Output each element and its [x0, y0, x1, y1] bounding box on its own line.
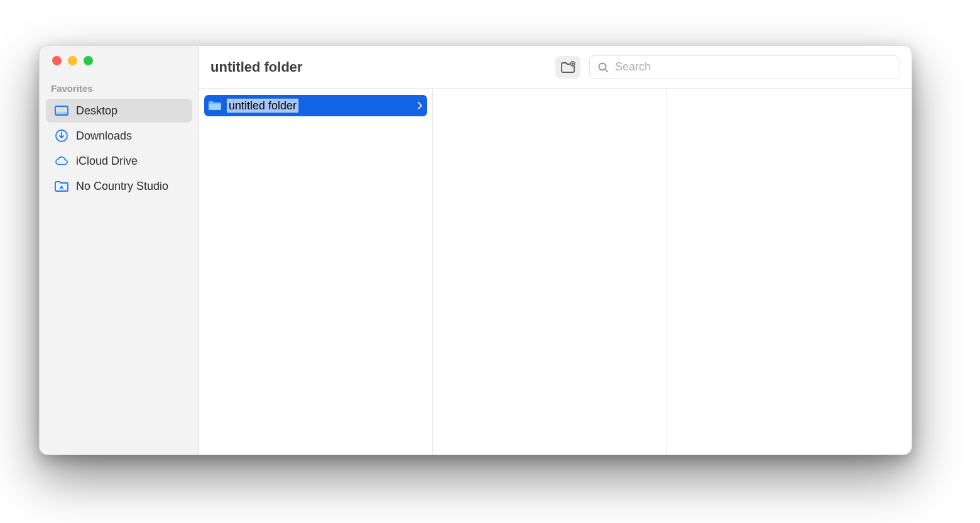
chevron-right-icon	[417, 102, 422, 109]
folder-icon	[208, 100, 222, 111]
folder-name-input[interactable]: untitled folder	[227, 99, 298, 113]
toolbar: untitled folder	[199, 46, 912, 89]
svg-rect-1	[55, 113, 68, 116]
download-icon	[55, 129, 68, 143]
search-field[interactable]	[589, 55, 900, 79]
close-window-button[interactable]	[52, 56, 62, 65]
column-0[interactable]: untitled folder	[199, 89, 433, 454]
sidebar-section-label: Favorites	[40, 83, 199, 97]
column-1[interactable]	[433, 89, 667, 454]
shared-folder-icon	[55, 179, 68, 193]
list-item[interactable]: untitled folder	[204, 95, 427, 116]
window-title: untitled folder	[210, 59, 303, 75]
sidebar: Favorites Desktop Downloads iCloud Drive	[40, 46, 199, 454]
zoom-window-button[interactable]	[84, 56, 93, 65]
sidebar-item-downloads[interactable]: Downloads	[46, 124, 192, 148]
column-2[interactable]	[667, 89, 912, 454]
sidebar-item-label: Downloads	[76, 129, 132, 143]
minimize-window-button[interactable]	[68, 56, 77, 65]
sidebar-item-desktop[interactable]: Desktop	[46, 99, 192, 123]
finder-window: Favorites Desktop Downloads iCloud Drive	[39, 45, 912, 455]
sidebar-item-label: Desktop	[76, 104, 117, 118]
desktop-icon	[55, 104, 68, 118]
search-icon	[597, 62, 609, 73]
search-input[interactable]	[615, 60, 892, 74]
sidebar-item-studio[interactable]: No Country Studio	[46, 174, 192, 198]
sidebar-item-icloud[interactable]: iCloud Drive	[46, 149, 192, 173]
sidebar-item-label: No Country Studio	[76, 180, 168, 193]
new-folder-icon	[560, 61, 575, 74]
window-controls	[40, 56, 199, 83]
cloud-icon	[55, 154, 68, 168]
main-pane: untitled folder	[199, 46, 912, 454]
column-view: untitled folder	[199, 89, 912, 454]
new-folder-button[interactable]	[555, 56, 580, 79]
sidebar-item-label: iCloud Drive	[76, 155, 138, 168]
